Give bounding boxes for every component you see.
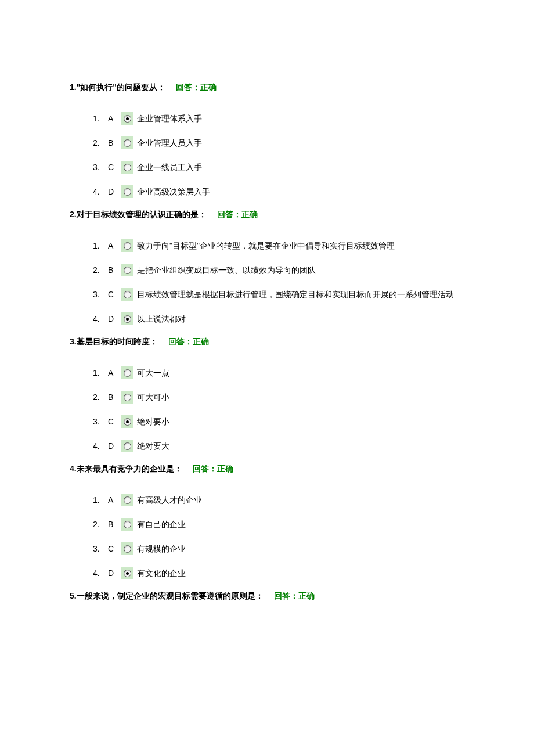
option-letter: C [108,160,121,175]
radio-selected-icon[interactable] [121,312,134,325]
option-item: B有自己的企业 [93,517,464,532]
option-text: 企业管理人员入手 [137,135,202,150]
option-item: C绝对要小 [93,414,464,429]
option-item: B企业管理人员入手 [93,135,464,150]
option-text: 有高级人才的企业 [137,492,202,507]
options-list: A有高级人才的企业B有自己的企业C有规模的企业D有文化的企业 [70,492,464,581]
quiz-document: 1."如何执行"的问题要从：回答：正确A企业管理体系入手B企业管理人员入手C企业… [70,81,464,602]
option-letter: C [108,541,121,556]
radio-unselected-icon[interactable] [121,264,134,276]
question-number: 2. [70,210,77,219]
question-block: 1."如何执行"的问题要从：回答：正确A企业管理体系入手B企业管理人员入手C企业… [70,81,464,199]
option-text: 目标绩效管理就是根据目标进行管理，围绕确定目标和实现目标而开展的一系列管理活动 [137,287,454,302]
question-block: 4.未来最具有竞争力的企业是：回答：正确A有高级人才的企业B有自己的企业C有规模… [70,463,464,581]
radio-unselected-icon[interactable] [121,440,134,452]
radio-unselected-icon[interactable] [121,494,134,506]
radio-selected-icon[interactable] [121,415,134,428]
option-text: 可大一点 [137,365,169,380]
radio-unselected-icon[interactable] [121,391,134,404]
answer-status: 回答：正确 [274,591,315,600]
answer-status: 回答：正确 [168,337,209,346]
option-letter: A [108,111,121,126]
option-item: C企业一线员工入手 [93,160,464,175]
option-text: 绝对要小 [137,414,169,429]
radio-unselected-icon[interactable] [121,366,134,379]
option-letter: B [108,262,121,278]
option-letter: B [108,390,121,405]
answer-status: 回答：正确 [217,210,258,219]
option-text: 企业一线员工入手 [137,160,202,175]
answer-status: 回答：正确 [176,82,217,92]
options-list: A企业管理体系入手B企业管理人员入手C企业一线员工入手D企业高级决策层入手 [70,111,464,199]
radio-unselected-icon[interactable] [121,161,134,174]
options-list: A致力于向"目标型"企业的转型，就是要在企业中倡导和实行目标绩效管理B是把企业组… [70,238,464,326]
option-letter: D [108,438,121,453]
question-stem: 4.未来最具有竞争力的企业是：回答：正确 [70,463,464,475]
radio-selected-icon[interactable] [121,567,134,579]
option-item: D有文化的企业 [93,566,464,581]
option-item: C有规模的企业 [93,541,464,556]
option-text: 有文化的企业 [137,566,186,581]
option-text: 是把企业组织变成目标一致、以绩效为导向的团队 [137,262,316,278]
option-letter: B [108,517,121,532]
question-text: 一般来说，制定企业的宏观目标需要遵循的原则是： [77,591,264,600]
option-item: D绝对要大 [93,438,464,453]
question-number: 1. [70,82,77,92]
radio-unselected-icon[interactable] [121,288,134,301]
option-item: D以上说法都对 [93,311,464,326]
question-text: 未来最具有竞争力的企业是： [77,464,182,473]
question-stem: 1."如何执行"的问题要从：回答：正确 [70,81,464,93]
option-letter: D [108,311,121,326]
option-text: 有自己的企业 [137,517,186,532]
option-text: 有规模的企业 [137,541,186,556]
option-item: A企业管理体系入手 [93,111,464,126]
option-letter: A [108,365,121,380]
question-block: 2.对于目标绩效管理的认识正确的是：回答：正确A致力于向"目标型"企业的转型，就… [70,208,464,326]
answer-status: 回答：正确 [193,464,233,473]
question-number: 3. [70,337,77,346]
question-number: 5. [70,591,77,600]
question-stem: 3.基层目标的时间跨度：回答：正确 [70,336,464,348]
option-item: D企业高级决策层入手 [93,184,464,199]
question-block: 3.基层目标的时间跨度：回答：正确A可大一点B可大可小C绝对要小D绝对要大 [70,336,464,453]
option-text: 企业高级决策层入手 [137,184,210,199]
option-letter: B [108,135,121,150]
option-letter: C [108,287,121,302]
option-text: 以上说法都对 [137,311,186,326]
option-item: C目标绩效管理就是根据目标进行管理，围绕确定目标和实现目标而开展的一系列管理活动 [93,287,464,302]
option-item: A可大一点 [93,365,464,380]
option-item: A致力于向"目标型"企业的转型，就是要在企业中倡导和实行目标绩效管理 [93,238,464,253]
option-letter: A [108,238,121,253]
question-text: 基层目标的时间跨度： [77,337,158,346]
question-text: "如何执行"的问题要从： [77,82,165,92]
option-letter: C [108,414,121,429]
radio-unselected-icon[interactable] [121,185,134,198]
radio-unselected-icon[interactable] [121,542,134,555]
option-text: 致力于向"目标型"企业的转型，就是要在企业中倡导和实行目标绩效管理 [137,238,395,253]
question-number: 4. [70,464,77,473]
question-text: 对于目标绩效管理的认识正确的是： [77,210,207,219]
option-item: A有高级人才的企业 [93,492,464,507]
question-block: 5.一般来说，制定企业的宏观目标需要遵循的原则是：回答：正确 [70,590,464,602]
radio-unselected-icon[interactable] [121,239,134,252]
option-text: 绝对要大 [137,438,169,453]
option-letter: D [108,184,121,199]
option-letter: A [108,492,121,507]
option-text: 企业管理体系入手 [137,111,202,126]
option-letter: D [108,566,121,581]
question-stem: 5.一般来说，制定企业的宏观目标需要遵循的原则是：回答：正确 [70,590,464,602]
radio-unselected-icon[interactable] [121,136,134,149]
option-text: 可大可小 [137,390,169,405]
options-list: A可大一点B可大可小C绝对要小D绝对要大 [70,365,464,453]
option-item: B可大可小 [93,390,464,405]
option-item: B是把企业组织变成目标一致、以绩效为导向的团队 [93,262,464,278]
question-stem: 2.对于目标绩效管理的认识正确的是：回答：正确 [70,208,464,221]
radio-selected-icon[interactable] [121,112,134,125]
radio-unselected-icon[interactable] [121,518,134,531]
